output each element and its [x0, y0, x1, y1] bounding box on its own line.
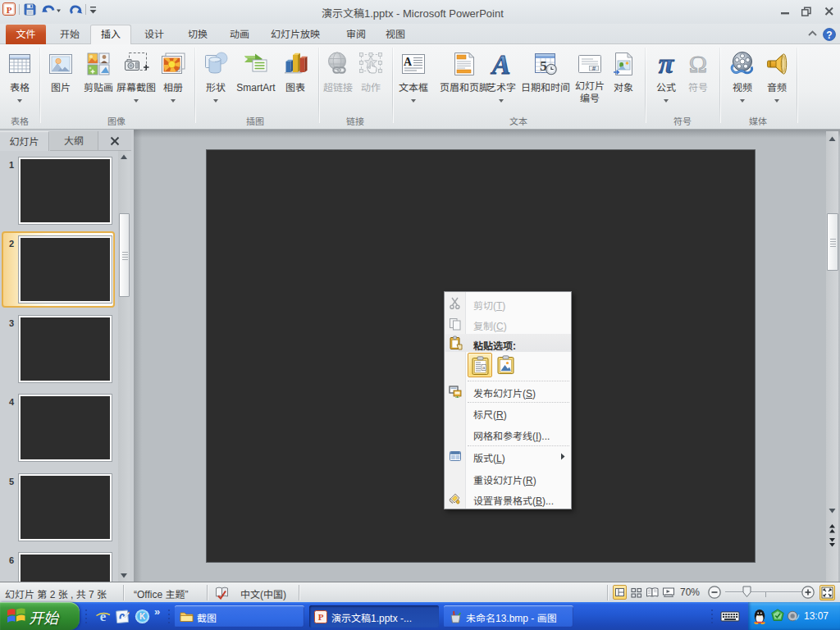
svg-text:e: e	[100, 609, 107, 624]
svg-text:?: ?	[826, 30, 832, 41]
svg-text:Ω: Ω	[689, 51, 707, 77]
svg-text:#: #	[592, 65, 596, 72]
svg-text:A: A	[404, 56, 413, 68]
svg-text:A: A	[491, 51, 511, 77]
svg-text:a: a	[482, 364, 485, 370]
svg-text:P: P	[318, 612, 324, 622]
svg-text:P: P	[7, 5, 12, 15]
svg-text:5: 5	[540, 58, 547, 74]
svg-text:K: K	[139, 612, 146, 621]
svg-text:π: π	[659, 51, 675, 77]
